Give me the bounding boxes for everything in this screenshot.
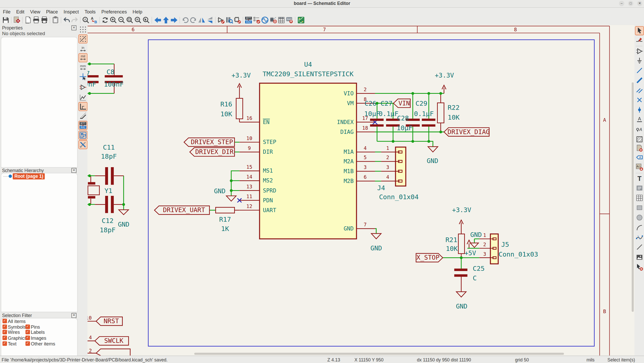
paste-icon[interactable] (51, 16, 60, 24)
redo-icon[interactable] (71, 16, 79, 24)
zoom-out-icon[interactable] (118, 16, 126, 24)
hierarchy-root-label[interactable]: Root (page 1) (13, 173, 45, 180)
filter-wires-checkbox[interactable]: ✓ (3, 330, 7, 334)
mirror-v-icon[interactable] (206, 16, 214, 24)
component-r21[interactable]: R21 10K (446, 234, 465, 253)
copy-icon[interactable] (24, 16, 32, 24)
fullscreen-cursor-icon[interactable] (79, 73, 87, 81)
menu-edit[interactable]: Edit (13, 9, 27, 14)
page-settings-icon[interactable] (13, 16, 21, 24)
power-gnd-sprd[interactable]: GND (214, 188, 236, 201)
junction-tool-icon[interactable] (635, 106, 643, 114)
auto-annotate-icon[interactable]: R??R42 (79, 121, 87, 129)
global-label-icon[interactable]: A (635, 125, 643, 134)
bezier-tool-icon[interactable] (635, 233, 643, 241)
menu-place[interactable]: Place (43, 9, 61, 14)
simulator-icon[interactable] (261, 16, 269, 24)
power-gnd-u4[interactable]: GND (371, 234, 382, 252)
place-symbol-icon[interactable]: + (635, 47, 643, 55)
grid-override-icon[interactable] (79, 35, 87, 43)
component-u4[interactable]: U4 TMC2209_SILENTSTEPSTICK 16 10 9 15 14… (240, 61, 375, 239)
line-tool-icon[interactable] (635, 243, 643, 251)
find-replace-icon[interactable]: AB (90, 16, 98, 24)
filter-pins-checkbox[interactable]: ✓ (26, 325, 30, 329)
filter-text-label[interactable]: Text (8, 341, 17, 346)
filter-all-checkbox[interactable]: ✓ (3, 319, 7, 323)
nav-forward-icon[interactable] (170, 16, 178, 24)
export-bom-icon[interactable]: .bom (286, 16, 294, 24)
nav-up-icon[interactable] (162, 16, 170, 24)
close-icon[interactable]: ✕ (637, 1, 642, 6)
menu-tools[interactable]: Tools (82, 9, 98, 14)
hierarchical-label-icon[interactable]: A (635, 153, 643, 161)
highlight-net-icon[interactable] (635, 36, 643, 44)
filter-all-label[interactable]: All items (8, 319, 26, 324)
wires-45-icon[interactable] (79, 111, 87, 120)
bus-entry-icon[interactable] (635, 86, 643, 94)
undo-icon[interactable] (63, 16, 71, 24)
unit-inches-icon[interactable]: in (79, 45, 87, 53)
hierarchical-sheet-icon[interactable] (635, 135, 643, 143)
no-connect-tool-icon[interactable] (635, 96, 643, 104)
hierarchy-close-icon[interactable]: ✕ (72, 168, 76, 173)
refresh-icon[interactable] (101, 16, 109, 24)
hierarchy-root-item[interactable]: Root (page 1) (0, 173, 78, 179)
global-label-drivex-step[interactable]: DRIVEX_STEP (184, 138, 234, 146)
image-tool-icon[interactable] (635, 253, 643, 261)
global-label-x-stop[interactable]: X_STOP (416, 253, 443, 262)
properties-close-icon[interactable]: ✕ (72, 25, 76, 30)
text-tool-icon[interactable]: T (635, 175, 643, 183)
filter-text-checkbox[interactable]: ✓ (3, 341, 7, 346)
net-label-icon[interactable]: A (635, 115, 643, 124)
select-tool-icon[interactable] (635, 27, 643, 35)
place-power-icon[interactable] (635, 57, 643, 65)
filter-close-icon[interactable]: ✕ (72, 313, 76, 318)
zoom-in-icon[interactable] (109, 16, 118, 24)
rotate-cw-icon[interactable] (189, 16, 198, 24)
menu-help[interactable]: Help (130, 9, 145, 14)
power-gnd-c25[interactable]: GND (456, 292, 467, 310)
horizontal-scrollbar[interactable] (194, 353, 564, 355)
component-r17[interactable]: R17 1K (216, 207, 234, 233)
filter-graphics-label[interactable]: Graphics (8, 336, 27, 341)
assign-footprints-icon[interactable] (269, 16, 277, 24)
component-c8[interactable]: C8 100nF (104, 68, 124, 88)
filter-graphics-checkbox[interactable]: ✓ (3, 336, 7, 340)
filter-labels-label[interactable]: Labels (31, 330, 45, 335)
text-box-tool-icon[interactable] (635, 184, 643, 192)
annotate-icon[interactable]: R??R42 (244, 16, 253, 24)
print-icon[interactable] (32, 16, 40, 24)
maximize-icon[interactable]: □ (628, 1, 633, 6)
delete-tool-icon[interactable] (635, 263, 643, 271)
global-label-nrst[interactable]: NRST 10 (88, 315, 122, 326)
hierarchy-navigator-icon[interactable] (79, 131, 87, 139)
zoom-fit-icon[interactable] (126, 16, 134, 24)
filter-wires-label[interactable]: Wires (8, 330, 20, 335)
rotate-ccw-icon[interactable] (181, 16, 189, 24)
menu-view[interactable]: View (27, 9, 43, 14)
rectangle-tool-icon[interactable] (635, 204, 643, 212)
filter-images-checkbox[interactable]: ✓ (26, 336, 30, 340)
global-label-vin[interactable]: VIN (394, 99, 410, 107)
table-tool-icon[interactable] (635, 194, 643, 202)
global-label-drivex-diag[interactable]: DRIVEX_DIAG (444, 128, 490, 136)
power-3v3-r21[interactable]: +3.3V (452, 206, 471, 224)
filter-images-label[interactable]: Images (31, 336, 46, 341)
circle-tool-icon[interactable] (635, 213, 643, 222)
filter-pins-label[interactable]: Pins (31, 325, 40, 329)
save-icon[interactable] (2, 16, 10, 24)
draw-bus-icon[interactable] (635, 76, 643, 84)
power-3v3-r16[interactable]: +3.3V (232, 72, 251, 88)
sheet-pin-icon[interactable]: A◇ (635, 163, 643, 171)
symbol-fields-table-icon[interactable] (277, 16, 286, 24)
hv-wires-icon[interactable] (79, 102, 87, 111)
component-c12[interactable]: C12 18pF (100, 196, 116, 234)
minimize-icon[interactable]: – (619, 1, 624, 6)
component-c7[interactable]: C7 100nF (88, 69, 99, 88)
global-label-drivex-uart[interactable]: DRIVEX_UART (155, 206, 210, 214)
vertical-scrollbar[interactable] (632, 82, 634, 312)
zoom-objects-icon[interactable] (134, 16, 142, 24)
hidden-pins-icon[interactable]: +- (79, 83, 87, 91)
filter-other-label[interactable]: Other items (31, 341, 55, 346)
filter-symbols-label[interactable]: Symbols (8, 325, 26, 329)
